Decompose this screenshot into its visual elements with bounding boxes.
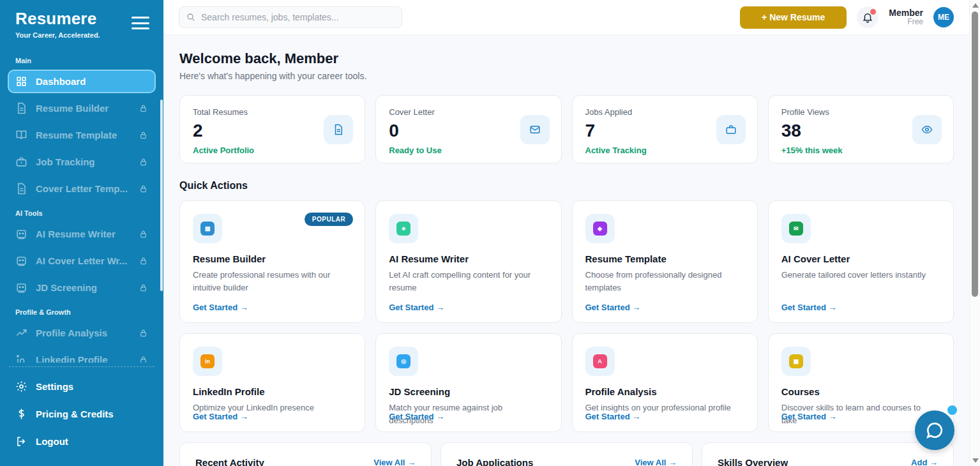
nav-section-label: AI Tools [15,209,156,217]
get-started-link[interactable]: Get Started → [585,412,641,421]
quick-action-tile: A [585,347,615,376]
quick-action-title: JD Screening [389,386,548,397]
sidebar-item-resume-template[interactable]: Resume Template [8,123,156,147]
quick-action-card-resume-builder[interactable]: ▤ POPULAR Resume Builder Create professi… [179,200,365,323]
sidebar-item-jd-screening[interactable]: JD Screening [8,276,156,299]
bot-icon [15,282,27,294]
lock-icon [139,184,148,193]
sidebar-header: Resumere Your Career, Accelerated. [0,0,163,45]
card-title: Recent Activity [195,457,264,466]
search-icon [186,12,196,22]
quick-action-tile: in [193,347,222,376]
stat-card-cover-letter: Cover Letter 0 Ready to Use [375,95,561,163]
lock-icon [139,130,148,140]
add-link[interactable]: Add → [911,458,938,466]
quick-action-card-ai-cover-letter[interactable]: ✉ AI Cover Letter Generate tailored cove… [768,200,954,323]
scroll-up-arrow[interactable] [970,0,980,11]
section-title-quick-actions: Quick Actions [179,180,954,192]
scroll-down-arrow[interactable] [970,455,980,466]
book-open-icon [15,129,27,141]
sidebar-item-label: Pricing & Credits [36,409,148,419]
sidebar-scrollbar-thumb[interactable] [160,100,163,291]
quick-action-card-jd-screening[interactable]: ◎ JD Screening Match your resume against… [375,333,561,432]
view-all-link[interactable]: View All → [635,458,677,466]
get-started-link[interactable]: Get Started → [585,303,641,312]
sidebar-item-label: Resume Builder [36,103,130,114]
quick-action-title: Resume Template [585,253,744,264]
sidebar-item-ai-resume-writer[interactable]: AI Resume Writer [8,222,156,246]
page-scrollbar[interactable] [969,0,980,466]
stat-subtext: Active Portfolio [193,146,352,155]
page-subtitle: Here's what's happening with your career… [179,71,954,81]
stats-grid: Total Resumes 2 Active Portfolio Cover L… [179,95,954,163]
lock-icon [139,229,148,239]
search-input[interactable] [201,12,395,22]
get-started-link[interactable]: Get Started → [193,412,248,421]
sidebar-item-dashboard[interactable]: Dashboard [8,70,156,93]
quick-action-description: Generate tailored cover letters instantl… [781,269,940,282]
quick-action-title: Resume Builder [193,253,352,264]
get-started-link[interactable]: Get Started → [389,303,444,312]
scrollbar-thumb[interactable] [972,11,978,297]
card-title: Skills Overview [718,457,788,466]
briefcase-icon [716,115,746,144]
document-icon [324,115,353,144]
quick-action-card-resume-template[interactable]: ◆ Resume Template Choose from profession… [572,200,758,323]
mail-icon [520,115,550,144]
quick-action-tile: ▤ [193,214,222,243]
quick-action-title: Courses [781,386,940,397]
sidebar-item-label: Profile Analysis [36,327,130,338]
get-started-link[interactable]: Get Started → [781,303,837,312]
sidebar-item-job-tracking[interactable]: Job Tracking [8,150,156,174]
page-title: Welcome back, Member [179,50,954,67]
sidebar-item-pricing-credits[interactable]: Pricing & Credits [8,402,156,426]
sidebar-item-ai-cover-letter-writer[interactable]: AI Cover Letter Wr... [8,249,156,273]
hamburger-menu-icon[interactable] [132,17,149,29]
sidebar-item-label: Cover Letter Temp... [36,183,130,194]
sidebar-item-linkedin-profile[interactable]: Linkedin Profile [8,348,156,363]
sidebar-footer: Settings Pricing & Credits Logout [0,371,163,466]
stat-card-total-resumes: Total Resumes 2 Active Portfolio [179,95,365,163]
nav-section-label: Profile & Growth [15,308,156,316]
quick-action-card-linkedin-profile[interactable]: in LinkedIn Profile Optimize your Linked… [179,333,365,432]
sidebar-item-profile-analysis[interactable]: Profile Analysis [8,321,156,345]
sidebar-nav: Main Dashboard Resume Builder [0,45,163,363]
skills-overview-card: Skills Overview Add → [702,442,954,466]
stat-subtext: Active Tracking [585,146,744,155]
user-plan-badge: Free [889,18,923,27]
sidebar-item-label: AI Resume Writer [36,229,130,239]
sidebar-item-resume-builder[interactable]: Resume Builder [8,96,156,120]
lock-icon [139,328,148,338]
quick-action-tile: ◎ [389,347,418,376]
avatar[interactable]: ME [933,7,954,27]
get-started-link[interactable]: Get Started → [193,303,248,312]
sidebar-item-cover-letter-template[interactable]: Cover Letter Temp... [8,177,156,200]
new-resume-button[interactable]: + New Resume [740,6,847,29]
search-box[interactable] [179,6,402,28]
quick-actions-grid: ▤ POPULAR Resume Builder Create professi… [179,200,954,432]
user-name: Member [889,8,923,18]
get-started-link[interactable]: Get Started → [781,412,837,421]
quick-action-card-profile-analysis[interactable]: A Profile Analysis Get insights on your … [572,333,758,432]
quick-action-tile: ∗ [389,214,418,243]
get-started-link[interactable]: Get Started → [389,412,444,421]
notification-dot [870,9,876,15]
sidebar-divider [9,366,155,367]
user-meta: Member Free [889,8,923,27]
target-icon: ◎ [396,354,411,368]
stat-card-jobs-applied: Jobs Applied 7 Active Tracking [572,95,758,163]
page-content: Welcome back, Member Here's what's happe… [163,35,969,466]
chat-widget-button[interactable] [915,410,954,450]
lock-icon [139,283,148,292]
sidebar-item-logout[interactable]: Logout [8,430,156,453]
view-all-link[interactable]: View All → [373,458,416,466]
file-icon: ▤ [200,222,215,236]
app-logo: Resumere [15,9,151,29]
sidebar-item-settings[interactable]: Settings [8,375,156,398]
nav-section-label: Main [15,57,156,64]
bot-icon [15,255,27,267]
card-title: Job Applications [456,457,533,466]
quick-action-card-ai-resume-writer[interactable]: ∗ AI Resume Writer Let AI craft compelli… [375,200,561,323]
quick-action-title: AI Resume Writer [389,253,548,264]
notifications-button[interactable] [857,6,878,28]
